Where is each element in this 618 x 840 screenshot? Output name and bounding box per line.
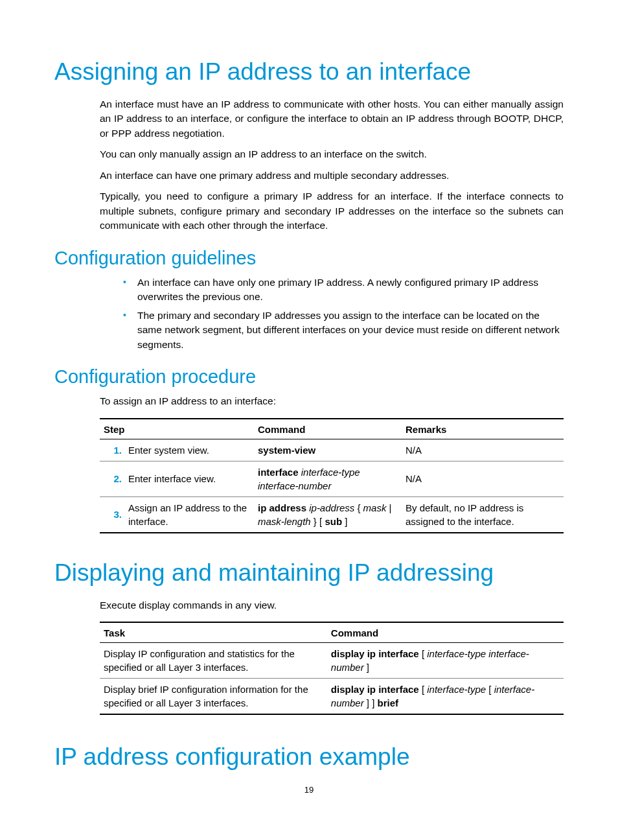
intro-suffix: commands in any view. [170, 600, 277, 611]
table-header-row: Step Command Remarks [100, 419, 564, 439]
guidelines-list: An interface can have only one primary I… [119, 275, 564, 352]
step-number: 2. [100, 461, 124, 496]
table-row: 2. Enter interface view. interface inter… [100, 461, 564, 496]
remarks-cell: N/A [402, 439, 564, 461]
step-number: 3. [100, 496, 124, 533]
table-row: 1. Enter system view. system-view N/A [100, 439, 564, 461]
procedure-intro: To assign an IP address to an interface: [100, 394, 564, 408]
task-cell: Display IP configuration and statistics … [100, 643, 327, 679]
command-cell: display ip interface [ interface-type in… [327, 643, 564, 679]
table-row: Display IP configuration and statistics … [100, 643, 564, 679]
intro-bold: display [139, 600, 170, 611]
heading-config-guidelines: Configuration guidelines [54, 248, 564, 269]
command-cell: display ip interface [ interface-type [ … [327, 679, 564, 715]
para: An interface must have an IP address to … [100, 97, 564, 141]
procedure-table: Step Command Remarks 1. Enter system vie… [100, 418, 564, 533]
procedure-body: To assign an IP address to an interface:… [100, 394, 564, 533]
list-item: An interface can have only one primary I… [119, 275, 564, 305]
para: You can only manually assign an IP addre… [100, 147, 564, 161]
display-table: Task Command Display IP configuration an… [100, 622, 564, 715]
heading-example: IP address configuration example [54, 743, 564, 771]
th-command: Command [254, 419, 402, 439]
table-row: 3. Assign an IP address to the interface… [100, 496, 564, 533]
page: Assigning an IP address to an interface … [0, 0, 618, 840]
th-task: Task [100, 622, 327, 643]
remarks-cell: By default, no IP address is assigned to… [402, 496, 564, 533]
task-cell: Display brief IP configuration informati… [100, 679, 327, 715]
command-cell: ip address ip-address { mask | mask-leng… [254, 496, 402, 533]
displaying-intro: Execute display commands in any view. [100, 598, 564, 612]
heading-config-procedure: Configuration procedure [54, 366, 564, 388]
intro-prefix: Execute [100, 600, 139, 611]
para: An interface can have one primary addres… [100, 169, 564, 183]
para: Typically, you need to configure a prima… [100, 189, 564, 233]
step-text: Enter interface view. [124, 461, 254, 496]
table-row: Display brief IP configuration informati… [100, 679, 564, 715]
th-step: Step [100, 419, 254, 439]
displaying-body: Execute display commands in any view. Ta… [100, 598, 564, 715]
section1-body: An interface must have an IP address to … [100, 97, 564, 233]
step-text: Assign an IP address to the interface. [124, 496, 254, 533]
guidelines-body: An interface can have only one primary I… [100, 275, 564, 352]
table-header-row: Task Command [100, 622, 564, 643]
heading-assigning-ip: Assigning an IP address to an interface [54, 58, 564, 86]
remarks-cell: N/A [402, 461, 564, 496]
page-number: 19 [0, 785, 618, 795]
command-cell: interface interface-type interface-numbe… [254, 461, 402, 496]
list-item: The primary and secondary IP addresses y… [119, 309, 564, 352]
step-text: Enter system view. [124, 439, 254, 461]
th-remarks: Remarks [402, 419, 564, 439]
th-command: Command [327, 622, 564, 643]
command-cell: system-view [254, 439, 402, 461]
heading-displaying: Displaying and maintaining IP addressing [54, 559, 564, 587]
step-number: 1. [100, 439, 124, 461]
